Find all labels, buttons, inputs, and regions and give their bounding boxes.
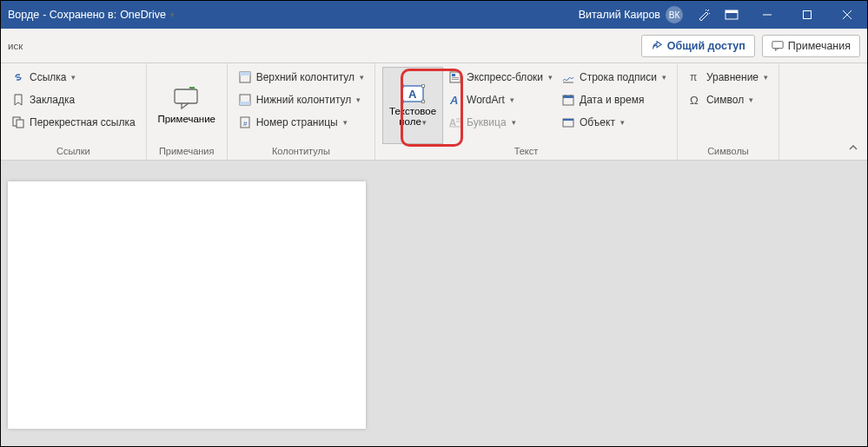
crossref-icon <box>11 115 25 129</box>
chevron-down-icon: ▾ <box>620 118 625 127</box>
minimize-button[interactable] <box>747 1 787 29</box>
symbol-button[interactable]: Ω Символ▾ <box>685 89 772 110</box>
svg-rect-26 <box>452 77 459 78</box>
footer-icon <box>238 93 252 107</box>
svg-rect-27 <box>452 79 459 80</box>
chevron-down-icon: ▾ <box>764 73 768 82</box>
equation-button[interactable]: π Уравнение▾ <box>685 67 772 88</box>
title-bar: Ворде - Сохранено в: OneDrive ▾ Виталий … <box>1 1 867 29</box>
group-label-headerfooter: Колонтитулы <box>235 144 368 160</box>
chevron-down-icon: ▾ <box>510 95 514 104</box>
chevron-down-icon: ▾ <box>548 73 553 82</box>
group-links: Ссылка▾ Закладка Перекрестная ссылка Ссы… <box>1 63 147 160</box>
svg-rect-21 <box>401 101 404 103</box>
svg-rect-9 <box>175 89 197 103</box>
svg-rect-8 <box>17 120 23 128</box>
textbox-button[interactable]: A Текстовое поле▾ <box>382 67 443 144</box>
chevron-down-icon: ▾ <box>512 118 516 127</box>
bookmark-button[interactable]: Закладка <box>8 89 139 110</box>
svg-rect-25 <box>452 74 455 76</box>
chevron-down-icon: ▾ <box>356 95 361 104</box>
user-account[interactable]: Виталий Каиров ВК <box>579 6 683 23</box>
svg-rect-39 <box>563 119 573 121</box>
footer-button[interactable]: Нижний колонтитул▾ <box>235 89 368 110</box>
cross-reference-button[interactable]: Перекрестная ссылка <box>8 112 139 133</box>
chevron-down-icon: ▾ <box>662 73 666 82</box>
quick-access-bar: иск Общий доступ Примечания <box>1 29 867 63</box>
document-page[interactable] <box>8 181 366 429</box>
svg-text:A: A <box>449 117 456 128</box>
svg-rect-3 <box>804 11 812 19</box>
close-button[interactable] <box>827 1 867 29</box>
textbox-icon: A <box>401 84 425 103</box>
share-icon <box>651 40 663 52</box>
user-name: Виталий Каиров <box>579 9 660 21</box>
signature-line-button[interactable]: Строка подписи▾ <box>558 67 670 88</box>
svg-rect-20 <box>422 85 425 88</box>
search-fragment[interactable]: иск <box>8 41 634 51</box>
chevron-down-icon: ▾ <box>71 73 76 82</box>
document-name: Ворде <box>8 9 39 21</box>
svg-text:π: π <box>690 71 697 83</box>
chevron-down-icon: ▾ <box>422 118 427 127</box>
dropcap-button[interactable]: A Буквица▾ <box>445 112 556 133</box>
group-label-text: Текст <box>382 144 670 160</box>
chevron-down-icon: ▾ <box>360 73 364 82</box>
svg-rect-1 <box>726 10 738 13</box>
svg-rect-15 <box>240 102 250 105</box>
coming-soon-icon[interactable] <box>692 1 716 29</box>
group-label-comments: Примечания <box>154 144 220 160</box>
svg-text:#: # <box>243 120 248 128</box>
ribbon-display-options[interactable] <box>716 1 747 29</box>
calendar-icon <box>561 93 575 107</box>
svg-rect-35 <box>563 95 573 98</box>
chevron-down-icon: ▾ <box>749 95 753 104</box>
group-comments: Примечание Примечания <box>147 63 228 160</box>
quickparts-button[interactable]: Экспресс-блоки▾ <box>445 67 556 88</box>
document-workspace[interactable] <box>1 161 867 446</box>
svg-rect-13 <box>240 72 250 76</box>
link-icon <box>11 70 25 84</box>
ribbon: Ссылка▾ Закладка Перекрестная ссылка Ссы… <box>1 63 867 161</box>
wordart-icon: A <box>448 93 462 107</box>
header-button[interactable]: Верхний колонтитул▾ <box>235 67 368 88</box>
group-text: A Текстовое поле▾ Экспресс-блоки▾ A Word… <box>375 63 678 160</box>
wordart-button[interactable]: A WordArt▾ <box>445 89 556 110</box>
equation-icon: π <box>688 70 702 84</box>
bookmark-icon <box>11 93 25 107</box>
group-label-links: Ссылки <box>8 144 139 160</box>
share-button[interactable]: Общий доступ <box>641 35 755 57</box>
svg-rect-22 <box>422 101 425 103</box>
chevron-down-icon[interactable]: ▾ <box>170 10 175 19</box>
comment-icon <box>772 40 784 52</box>
group-symbols: π Уравнение▾ Ω Символ▾ Символы <box>678 63 779 160</box>
group-label-symbols: Символы <box>685 144 772 160</box>
svg-rect-19 <box>401 85 404 88</box>
chevron-up-icon <box>848 143 858 152</box>
object-button[interactable]: Объект▾ <box>558 112 670 133</box>
svg-rect-6 <box>772 41 783 48</box>
symbol-icon: Ω <box>688 93 702 107</box>
pagenum-icon: # <box>238 115 252 129</box>
saved-to-label: - Сохранено в: <box>43 9 116 21</box>
svg-text:Ω: Ω <box>690 94 699 107</box>
svg-text:A: A <box>408 88 417 101</box>
date-time-button[interactable]: Дата и время <box>558 89 670 110</box>
comment-icon <box>173 87 201 111</box>
svg-text:A: A <box>449 94 458 107</box>
object-icon <box>561 115 575 129</box>
quickparts-icon <box>448 70 462 84</box>
chevron-down-icon: ▾ <box>343 118 348 127</box>
saved-location: OneDrive <box>120 9 166 21</box>
dropcap-icon: A <box>448 115 462 129</box>
collapse-ribbon-button[interactable] <box>848 142 858 154</box>
group-headerfooter: Верхний колонтитул▾ Нижний колонтитул▾ #… <box>228 63 375 160</box>
user-avatar: ВК <box>666 6 683 23</box>
comments-button[interactable]: Примечания <box>762 35 860 57</box>
maximize-button[interactable] <box>787 1 827 29</box>
add-comment-button[interactable]: Примечание <box>154 67 220 144</box>
header-icon <box>238 70 252 84</box>
page-number-button[interactable]: # Номер страницы▾ <box>235 112 368 133</box>
signature-icon <box>561 70 575 84</box>
link-button[interactable]: Ссылка▾ <box>8 67 139 88</box>
